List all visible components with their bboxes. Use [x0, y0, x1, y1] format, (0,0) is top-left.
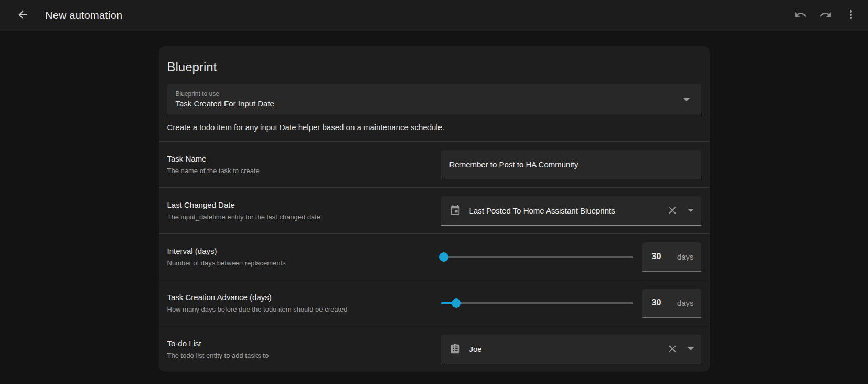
card-title: Blueprint	[159, 46, 710, 84]
row-label: Last Changed Date	[167, 200, 321, 209]
interval-number-input[interactable]	[652, 252, 670, 261]
back-button[interactable]	[12, 5, 34, 27]
clipboard-icon	[449, 343, 461, 355]
redo-button[interactable]	[815, 5, 837, 27]
row-label: Task Name	[167, 154, 260, 163]
arrow-left-icon	[16, 8, 29, 23]
blueprint-description: Create a todo item for any input Date he…	[159, 114, 710, 141]
overflow-menu-button[interactable]	[840, 5, 862, 27]
row-description: The name of the task to create	[167, 167, 260, 175]
page-background: Blueprint Blueprint to use Task Created …	[0, 31, 868, 372]
blueprint-select-label: Blueprint to use	[176, 90, 676, 98]
blueprint-select[interactable]: Blueprint to use Task Created For Input …	[167, 84, 701, 114]
row-description: Number of days between replacements	[167, 259, 286, 267]
row-label: Interval (days)	[167, 247, 286, 255]
row-last-changed-date: Last Changed Date The input_datetime ent…	[159, 187, 710, 233]
dots-vertical-icon	[844, 8, 857, 23]
interval-number-field: days	[642, 242, 701, 272]
page-title: New automation	[45, 9, 122, 22]
slider-track	[441, 256, 633, 258]
unit-suffix: days	[677, 252, 694, 261]
chevron-down-icon[interactable]	[688, 209, 694, 212]
interval-slider[interactable]	[441, 250, 633, 264]
row-description: The input_datetime entity for the last c…	[167, 213, 321, 221]
row-label: Task Creation Advance (days)	[167, 293, 348, 302]
advance-slider[interactable]	[441, 296, 633, 311]
close-icon[interactable]	[667, 205, 678, 216]
blueprint-card: Blueprint Blueprint to use Task Created …	[159, 46, 710, 372]
undo-icon	[794, 8, 807, 23]
close-icon[interactable]	[667, 343, 678, 355]
task-name-field	[441, 150, 701, 179]
slider-track	[441, 302, 633, 304]
top-app-bar: New automation	[0, 0, 868, 31]
row-task-creation-advance: Task Creation Advance (days) How many da…	[159, 280, 710, 326]
entity-value: Last Posted To Home Assistant Blueprints	[469, 206, 667, 215]
slider-thumb[interactable]	[452, 298, 461, 308]
row-description: How many days before due the todo item s…	[167, 305, 348, 313]
redo-icon	[819, 8, 832, 23]
blueprint-select-value: Task Created For Input Date	[176, 99, 676, 108]
row-description: The todo list entity to add tasks to	[167, 351, 269, 359]
last-changed-date-picker[interactable]: Last Posted To Home Assistant Blueprints	[441, 196, 701, 226]
row-interval-days: Interval (days) Number of days between r…	[159, 233, 710, 280]
entity-value: Joe	[469, 345, 667, 354]
row-task-name: Task Name The name of the task to create	[159, 141, 710, 187]
advance-number-input[interactable]	[652, 298, 670, 307]
row-todo-list: To-do List The todo list entity to add t…	[159, 326, 710, 372]
unit-suffix: days	[677, 298, 694, 307]
advance-number-field: days	[642, 289, 701, 318]
chevron-down-icon[interactable]	[688, 347, 694, 350]
slider-thumb[interactable]	[439, 252, 448, 262]
chevron-down-icon	[683, 98, 690, 101]
undo-button[interactable]	[789, 5, 811, 27]
calendar-icon	[449, 205, 461, 216]
task-name-input[interactable]	[449, 160, 693, 169]
row-label: To-do List	[167, 339, 269, 348]
todo-list-picker[interactable]: Joe	[441, 335, 701, 364]
